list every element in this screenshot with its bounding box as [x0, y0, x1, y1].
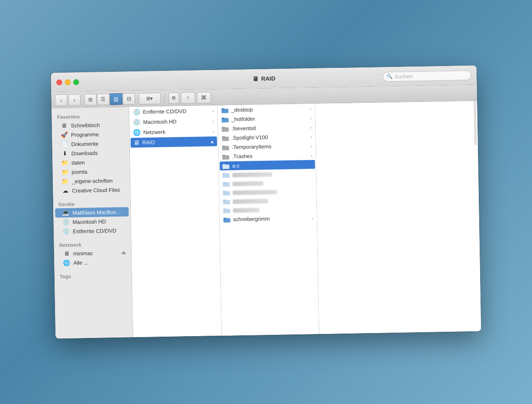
traffic-lights — [56, 79, 79, 85]
gear-icon: ⚙ — [172, 95, 176, 101]
folder-icon — [223, 198, 230, 204]
sidebar-item-dokumente[interactable]: 📄 Dokumente — [54, 138, 127, 149]
schreibtisch-icon: 🖥 — [61, 122, 68, 129]
col2-az[interactable]: a-z — [219, 160, 315, 171]
eigene-schriften-icon: 📁 — [62, 178, 69, 185]
col2-trashes[interactable]: .Trashes › — [219, 151, 315, 161]
sidebar-item-programme[interactable]: 🚀 Programme — [54, 129, 127, 140]
search-bar[interactable]: 🔍 Suchen — [383, 70, 471, 81]
share-button[interactable]: ↑ — [181, 92, 195, 104]
forward-button[interactable]: › — [68, 94, 81, 105]
arrow-icon: › — [310, 106, 312, 111]
sidebar-item-alle[interactable]: 🌐 Alle ... — [56, 257, 129, 268]
title-disk-icon: 🖥 — [252, 75, 258, 82]
col2-hotfolder[interactable]: _hotfolder › — [219, 113, 314, 124]
downloads-icon: ⬇ — [61, 150, 68, 157]
arrow-icon: › — [312, 216, 313, 221]
minimac-label: minimac — [73, 250, 93, 256]
column-3 — [315, 101, 481, 334]
arrow-icon: › — [310, 144, 312, 148]
minimac-icon: 🖥 — [63, 250, 70, 257]
list-view-icon: ☰ — [101, 96, 106, 102]
raid-icon: 🖥 — [133, 139, 139, 146]
sidebar-item-schreibtisch[interactable]: 🖥 Schreibtisch — [54, 120, 127, 130]
view-list-button[interactable]: ☰ — [97, 93, 110, 105]
arrow-icon: › — [212, 109, 214, 113]
macbook-icon: 💻 — [62, 210, 69, 216]
folder-grey-icon — [222, 144, 229, 150]
col1-entfernte-cd[interactable]: 💿 Entfernte CD/DVD › — [130, 106, 216, 117]
macintosh-hd-icon: 💿 — [63, 219, 70, 225]
close-button[interactable] — [56, 79, 62, 85]
folder-blue-icon — [222, 117, 229, 122]
gallery-view-icon: ⊟ — [127, 96, 131, 102]
arrow-icon: › — [311, 153, 313, 158]
share-icon: ↑ — [186, 94, 189, 101]
eigene-schriften-label: _eigene-schriften — [72, 178, 113, 185]
folder-grey-icon — [222, 135, 229, 141]
col2-desktop-label: _desktop — [231, 106, 253, 113]
dokumente-icon: 📄 — [61, 141, 68, 148]
maximize-button[interactable] — [73, 79, 79, 85]
col2-schreibergrimm[interactable]: schreibergrimm › — [221, 214, 316, 224]
sidebar-item-eigene-schriften[interactable]: 📁 _eigene-schriften — [55, 175, 128, 186]
sidebar-item-macbook[interactable]: 💻 Matthiass MacBoo... — [55, 207, 129, 218]
col2-temporaryitems[interactable]: .TemporaryItems › — [219, 141, 315, 152]
disk-icon: 💿 — [133, 119, 141, 126]
folder-icon — [223, 172, 230, 178]
joomla-icon: 📁 — [62, 169, 69, 175]
col1-macintosh-hd[interactable]: 💿 Macintosh HD › — [130, 116, 217, 127]
arrange-icon: ⊞▾ — [146, 95, 153, 101]
svg-rect-11 — [222, 155, 225, 156]
col1-raid-label: RAID — [142, 139, 155, 145]
sidebar-item-macintosh-hd[interactable]: 💿 Macintosh HD — [55, 216, 129, 227]
macintosh-hd-label: Macintosh HD — [73, 218, 106, 225]
disk-icon: 💿 — [133, 109, 140, 116]
back-button[interactable]: ‹ — [55, 94, 67, 105]
back-icon: ‹ — [60, 96, 62, 103]
sidebar-item-minimac[interactable]: 🖥 minimac ⏏ — [56, 248, 129, 258]
col2-spotlight[interactable]: .Spotlight-V100 › — [219, 132, 314, 143]
col1-netzwerk[interactable]: 🌐 Netzwerk › — [130, 126, 217, 137]
col2-blurred-5 — [220, 205, 316, 215]
sidebar-item-creative-cloud[interactable]: ☁ Creative Cloud Files — [55, 185, 128, 195]
programme-label: Programme — [71, 131, 99, 138]
col2-hotfolder-label: _hotfolder — [231, 116, 255, 122]
folder-grey-icon — [222, 126, 229, 132]
arrow-icon: › — [310, 134, 312, 139]
col2-temporaryitems-label: .TemporaryItems — [232, 144, 272, 151]
arrange-button[interactable]: ⊞▾ — [139, 93, 161, 105]
sidebar-section-tags: Tags — [55, 270, 132, 280]
forward-icon: › — [73, 96, 75, 103]
svg-rect-7 — [222, 136, 225, 137]
sidebar-section-geraete: Geräte — [53, 198, 130, 208]
sidebar-item-entfernte-cd[interactable]: 💿 Entfernte CD/DVD — [55, 225, 129, 236]
sidebar-item-joomla[interactable]: 📁 joomla — [55, 166, 128, 177]
minimize-button[interactable] — [65, 79, 70, 85]
svg-rect-1 — [221, 108, 224, 109]
link-button[interactable]: ⌘ — [197, 92, 211, 104]
arrow-up-icon: ▲ — [210, 139, 215, 144]
folder-blue-selected-icon — [222, 163, 229, 169]
window-title: RAID — [261, 75, 275, 82]
view-column-button[interactable]: ▥ — [110, 93, 122, 105]
eject-icon[interactable]: ⏏ — [121, 250, 126, 256]
col2-fseventsd[interactable]: .fseventsd › — [219, 123, 314, 133]
arrow-icon: › — [213, 129, 215, 134]
alle-label: Alle ... — [73, 260, 88, 266]
col1-raid[interactable]: 🖥 RAID ▲ — [130, 136, 217, 148]
view-gallery-button[interactable]: ⊟ — [123, 93, 135, 105]
view-icon-button[interactable]: ⊞ — [84, 93, 97, 105]
arrow-icon: › — [212, 119, 214, 124]
folder-blue-icon — [221, 107, 228, 113]
sidebar-item-downloads[interactable]: ⬇ Downloads — [54, 148, 128, 158]
col1-entfernte-cd-label: Entfernte CD/DVD — [143, 108, 186, 115]
svg-rect-3 — [222, 117, 225, 119]
svg-rect-15 — [223, 173, 226, 175]
action-button[interactable]: ⚙ — [168, 92, 179, 104]
icon-view-icon: ⊞ — [88, 96, 93, 102]
col2-desktop[interactable]: _desktop › — [219, 104, 314, 115]
folder-grey-icon — [222, 154, 229, 159]
sidebar-item-daten[interactable]: 📁 daten — [54, 157, 128, 167]
col2-schreibergrimm-label: schreibergrimm — [233, 216, 270, 222]
